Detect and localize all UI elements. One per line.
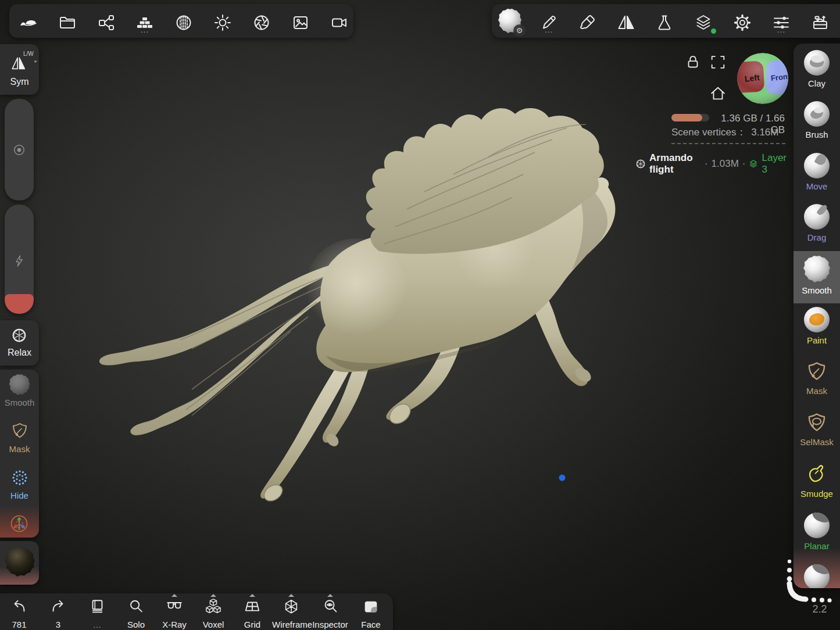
notes-more-label: …: [78, 620, 116, 629]
lathe-button[interactable]: [653, 11, 676, 34]
sliders-more-dots: …: [777, 27, 786, 32]
facegroup-button[interactable]: Face Group: [350, 598, 392, 630]
nomad-sculpt-app: … ⚙: [0, 0, 840, 630]
left-hide-button[interactable]: Hide: [0, 468, 39, 500]
image-icon: [291, 13, 310, 32]
left-smooth-label: Smooth: [0, 398, 39, 407]
radius-icon: [12, 143, 26, 157]
symmetry-button[interactable]: [614, 11, 638, 34]
brush-settings-badge[interactable]: ⚙: [513, 24, 526, 37]
tool-selmask[interactable]: SelMask: [793, 410, 840, 461]
selmask-tool-icon: [806, 412, 828, 434]
clay-tool-icon: [804, 50, 830, 76]
smudge-tool-icon: [806, 464, 828, 486]
tool-label-paint: Paint: [793, 335, 840, 345]
tool-brush[interactable]: Brush: [793, 101, 840, 152]
postprocess-button[interactable]: [250, 11, 273, 34]
expand-caret-icon[interactable]: [171, 594, 177, 597]
redo-button[interactable]: 3: [39, 598, 77, 629]
gizmo-button[interactable]: [9, 513, 30, 534]
sym-expand-arrow[interactable]: ▸: [34, 58, 37, 64]
object-info-line[interactable]: Armando flight · 1.03M · Layer 3: [635, 152, 787, 176]
grid-button[interactable]: Grid: [233, 598, 271, 629]
tool-smudge[interactable]: Smudge: [793, 461, 840, 513]
files-button[interactable]: [56, 11, 79, 34]
solo-button[interactable]: Solo: [117, 598, 155, 629]
navigation-sphere[interactable]: Left Front: [736, 52, 789, 105]
scene-vertices-line: Scene vertices： 3.16M: [671, 126, 778, 139]
scene-graph-button[interactable]: [95, 11, 118, 34]
glasses-icon: [166, 598, 183, 615]
lighting-button[interactable]: [211, 11, 234, 34]
info-separator: [671, 143, 785, 144]
fullscreen-button[interactable]: [706, 51, 730, 74]
brush-tool-icon: [804, 101, 830, 127]
corner-dots-ornament: [782, 557, 840, 610]
layer-name[interactable]: Layer 3: [762, 152, 787, 176]
xray-button[interactable]: X-Ray: [155, 598, 194, 629]
material-sphere-button[interactable]: [172, 11, 195, 34]
drag-tool-icon: [804, 204, 830, 230]
memory-usage-fill: [671, 114, 702, 121]
gear-badge-icon: ⚙: [516, 26, 523, 35]
tool-smooth[interactable]: Smooth: [793, 256, 840, 307]
wireframe-sphere-icon: [635, 159, 646, 169]
expand-caret-icon[interactable]: [210, 594, 216, 597]
settings-button[interactable]: [731, 11, 754, 34]
home-view-button[interactable]: [706, 82, 730, 105]
background-button[interactable]: [289, 11, 312, 34]
lock-icon: [684, 53, 702, 71]
left-mask-button[interactable]: Mask: [0, 422, 39, 454]
symmetry-panel[interactable]: L/W ▸ Sym: [0, 44, 39, 95]
expand-caret-icon[interactable]: [288, 594, 294, 597]
paint-tool-icon: [804, 307, 830, 332]
relax-button[interactable]: Relax: [0, 320, 39, 366]
tool-label-planar: Planar: [793, 541, 840, 551]
tool-move[interactable]: Move: [793, 153, 840, 204]
tool-paint[interactable]: Paint: [793, 307, 840, 358]
intensity-bolt-icon: [12, 254, 26, 268]
left-mask-label: Mask: [0, 444, 39, 454]
camera-button[interactable]: [328, 11, 351, 34]
tool-clay[interactable]: Clay: [793, 50, 840, 101]
stroke-cursor-dot: [559, 475, 566, 481]
material-sphere-icon: [174, 13, 193, 32]
expand-caret-icon[interactable]: [327, 594, 333, 597]
undo-icon: [10, 598, 28, 615]
move-tool-icon: [804, 153, 830, 178]
brush-preview-button[interactable]: ⚙: [498, 9, 521, 33]
tool-mask[interactable]: Mask: [793, 359, 840, 410]
layers-active-indicator: [711, 28, 716, 34]
voxel-button[interactable]: Voxel: [194, 598, 233, 629]
face-group-icon: [362, 598, 380, 615]
planar-tool-icon: [804, 513, 830, 538]
mirror-triangles-icon: [617, 13, 635, 32]
material-preview-panel[interactable]: [0, 541, 39, 585]
tool-label-mask: Mask: [793, 386, 840, 396]
home-icon: [709, 85, 727, 102]
wireframe-hex-icon: [283, 598, 300, 615]
notes-button[interactable]: …: [78, 598, 116, 629]
folder-icon: [58, 13, 77, 32]
fullscreen-icon: [709, 53, 727, 71]
camera-lock-button[interactable]: [681, 51, 705, 74]
tool-label-drag: Drag: [793, 232, 840, 242]
tool-drag[interactable]: Drag: [793, 204, 840, 255]
wireframe-button[interactable]: Wireframe: [272, 598, 310, 629]
inspector-button[interactable]: Inspector: [311, 598, 349, 629]
memory-usage-bar: [671, 114, 709, 121]
nomad-logo[interactable]: [17, 11, 40, 34]
object-name: Armando flight: [649, 152, 701, 176]
tool-label-clay: Clay: [793, 78, 840, 88]
intensity-slider[interactable]: [5, 205, 34, 314]
toolbox-button[interactable]: [809, 11, 832, 34]
undo-button[interactable]: 781: [0, 598, 38, 629]
tool-planar[interactable]: Planar: [793, 513, 840, 564]
material-paint-button[interactable]: [576, 11, 599, 34]
tool-label-move: Move: [793, 181, 840, 191]
radius-slider[interactable]: [5, 99, 34, 201]
dot-sep: ·: [742, 158, 746, 170]
left-smooth-button[interactable]: Smooth: [0, 374, 39, 407]
expand-caret-icon[interactable]: [249, 594, 255, 597]
mask-tool-icon: [806, 361, 828, 383]
